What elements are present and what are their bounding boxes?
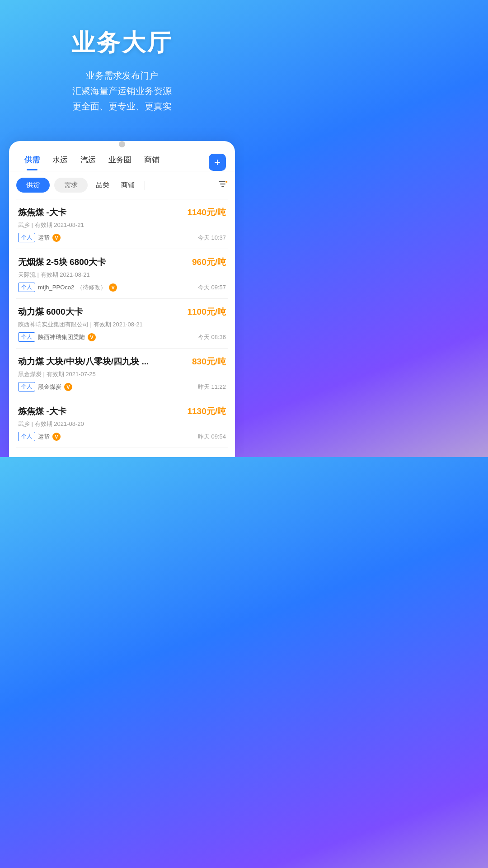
verified-icon: V xyxy=(88,333,96,341)
tab-shop[interactable]: 商铺 xyxy=(138,155,166,170)
item-time: 今天 10:37 xyxy=(198,234,226,242)
tab-truck-transport[interactable]: 汽运 xyxy=(74,155,102,170)
main-card: 供需 水运 汽运 业务圈 商铺 + 供货 需求 品类 商铺 炼焦煤 - xyxy=(9,141,235,457)
header-section: 业务大厅 业务需求发布门户 汇聚海量产运销业务资源 更全面、更专业、更真实 xyxy=(0,0,244,127)
item-price: 830元/吨 xyxy=(192,356,226,368)
item-time: 今天 08:36 xyxy=(198,333,226,341)
camera-dot xyxy=(119,141,125,147)
tag-name: 陕西神瑞集团梁陆 xyxy=(38,333,85,341)
item-meta: 武乡 | 有效期 2021-08-20 xyxy=(18,420,226,428)
tab-water-transport[interactable]: 水运 xyxy=(46,155,74,170)
verified-icon: V xyxy=(64,383,72,391)
item-time: 昨天 09:54 xyxy=(198,433,226,441)
item-title: 动力煤 6000大卡 xyxy=(18,306,183,318)
list-item[interactable]: 炼焦煤 -大卡 1130元/吨 武乡 | 有效期 2021-08-20 个人 运… xyxy=(9,398,235,448)
tag-name: 运帮 xyxy=(38,433,50,441)
tag-personal: 个人 xyxy=(18,332,35,342)
supply-filter-btn[interactable]: 供货 xyxy=(16,178,50,193)
subtitle: 业务需求发布门户 汇聚海量产运销业务资源 更全面、更专业、更真实 xyxy=(9,68,235,114)
item-time: 今天 09:57 xyxy=(198,283,226,292)
item-price: 960元/吨 xyxy=(192,256,226,268)
tag-name: 黑金煤炭 xyxy=(38,383,61,391)
tag-row: 个人 黑金煤炭 V xyxy=(18,382,72,392)
tab-business-circle[interactable]: 业务圈 xyxy=(102,155,138,170)
add-button[interactable]: + xyxy=(209,154,226,171)
tag-personal: 个人 xyxy=(18,432,35,441)
svg-point-3 xyxy=(225,181,228,183)
item-title: 炼焦煤 -大卡 xyxy=(18,406,183,417)
item-title: 炼焦煤 -大卡 xyxy=(18,207,183,218)
item-price: 1140元/吨 xyxy=(187,207,226,218)
subtitle-line3: 更全面、更专业、更真实 xyxy=(9,99,235,114)
divider xyxy=(16,448,228,448)
plus-icon: + xyxy=(214,157,221,168)
item-title: 无烟煤 2-5块 6800大卡 xyxy=(18,256,188,268)
list-container: 炼焦煤 -大卡 1140元/吨 武乡 | 有效期 2021-08-21 个人 运… xyxy=(9,199,235,448)
item-price: 1100元/吨 xyxy=(187,306,226,318)
tabs-row: 供需 水运 汽运 业务圈 商铺 + xyxy=(9,147,235,171)
filter-row: 供货 需求 品类 商铺 xyxy=(9,171,235,199)
list-item[interactable]: 无烟煤 2-5块 6800大卡 960元/吨 天际流 | 有效期 2021-08… xyxy=(9,249,235,298)
main-title: 业务大厅 xyxy=(9,27,235,59)
tag-name: mtjh_PPOco2 xyxy=(38,284,74,291)
item-price: 1130元/吨 xyxy=(187,406,226,417)
demand-filter-btn[interactable]: 需求 xyxy=(54,178,88,193)
shop-filter[interactable]: 商铺 xyxy=(117,178,138,193)
list-item[interactable]: 动力煤 6000大卡 1100元/吨 陕西神瑞实业集团有限公司 | 有效期 20… xyxy=(9,299,235,348)
tag-row: 个人 陕西神瑞集团梁陆 V xyxy=(18,332,96,342)
tag-name: 运帮 xyxy=(38,234,50,242)
tab-supply-demand[interactable]: 供需 xyxy=(18,155,46,170)
tag-row: 个人 mtjh_PPOco2 （待修改） V xyxy=(18,283,117,292)
item-title: 动力煤 大块/中块/八零块/四九块 ... xyxy=(18,356,188,368)
tag-personal: 个人 xyxy=(18,283,35,292)
item-time: 昨天 11:22 xyxy=(198,383,226,391)
item-meta: 天际流 | 有效期 2021-08-21 xyxy=(18,271,226,279)
tag-row: 个人 运帮 V xyxy=(18,233,61,242)
filter-divider xyxy=(145,181,145,190)
pending-tag: （待修改） xyxy=(77,283,106,292)
subtitle-line1: 业务需求发布门户 xyxy=(9,68,235,83)
category-filter[interactable]: 品类 xyxy=(92,178,113,193)
subtitle-line2: 汇聚海量产运销业务资源 xyxy=(9,83,235,99)
item-meta: 陕西神瑞实业集团有限公司 | 有效期 2021-08-21 xyxy=(18,321,226,329)
tag-personal: 个人 xyxy=(18,233,35,242)
item-meta: 黑金煤炭 | 有效期 2021-07-25 xyxy=(18,370,226,378)
tag-personal: 个人 xyxy=(18,382,35,392)
item-meta: 武乡 | 有效期 2021-08-21 xyxy=(18,221,226,229)
list-item[interactable]: 动力煤 大块/中块/八零块/四九块 ... 830元/吨 黑金煤炭 | 有效期 … xyxy=(9,349,235,398)
verified-icon: V xyxy=(109,283,117,292)
list-item[interactable]: 炼焦煤 -大卡 1140元/吨 武乡 | 有效期 2021-08-21 个人 运… xyxy=(9,199,235,249)
filter-icon[interactable] xyxy=(218,179,228,191)
verified-icon: V xyxy=(52,433,61,441)
tag-row: 个人 运帮 V xyxy=(18,432,61,441)
verified-icon: V xyxy=(52,234,61,242)
